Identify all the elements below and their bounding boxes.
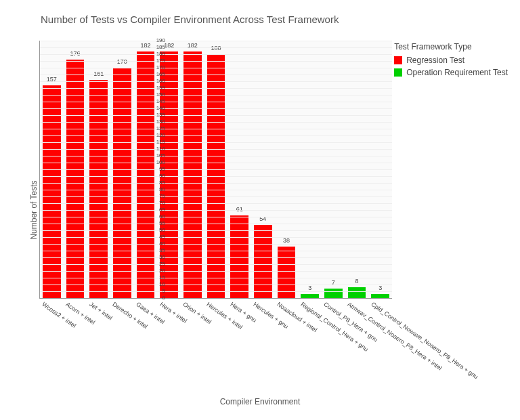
grid-line — [40, 61, 392, 62]
legend-item: Operation Requirement Test — [394, 68, 508, 77]
grid-line — [40, 224, 392, 224]
bar-rect — [278, 247, 296, 298]
grid-line — [40, 210, 392, 211]
grid-line — [40, 244, 392, 245]
grid-line — [40, 47, 392, 48]
legend-label: Operation Requirement Test — [406, 68, 508, 77]
bar: 54 — [253, 225, 274, 298]
bar-value-label: 161 — [88, 70, 109, 77]
y-tick-label: 140 — [148, 106, 165, 111]
bar-rect — [89, 80, 108, 298]
y-tick-label: 100 — [148, 160, 165, 165]
y-tick-label: 105 — [148, 153, 165, 159]
y-tick-label: 110 — [148, 146, 165, 152]
y-tick-label: 25 — [148, 261, 165, 267]
bar: 157 — [41, 85, 62, 298]
y-tick-label: 75 — [148, 194, 165, 199]
grid-line — [40, 190, 392, 190]
bar-value-label: 61 — [229, 206, 250, 213]
grid-line — [40, 257, 392, 258]
bar-rect — [371, 294, 389, 298]
y-tick-label: 40 — [148, 241, 165, 247]
y-tick-label: 0 — [148, 295, 165, 301]
legend: Test Framework Type Regression Test Oper… — [394, 42, 508, 80]
y-tick-label: 180 — [148, 51, 165, 57]
grid-line — [40, 278, 392, 278]
bar-value-label: 180 — [206, 45, 227, 51]
y-tick-label: 20 — [148, 268, 165, 274]
grid-line — [40, 291, 392, 292]
grid-line — [40, 271, 392, 272]
grid-line — [40, 135, 392, 136]
y-tick-label: 65 — [148, 207, 165, 213]
bar: 7 — [323, 289, 344, 298]
bar: 61 — [229, 215, 250, 298]
grid-line — [40, 108, 392, 109]
y-tick-label: 185 — [148, 45, 165, 50]
y-tick-label: 10 — [148, 282, 165, 287]
bar-value-label: 3 — [299, 285, 320, 291]
grid-line — [40, 149, 392, 150]
grid-line — [40, 230, 392, 231]
chart-title: Number of Tests vs Compiler Environment … — [41, 14, 339, 25]
grid-line — [40, 176, 392, 177]
legend-swatch — [394, 68, 402, 77]
y-tick-label: 170 — [148, 65, 165, 70]
bar-rect — [301, 294, 319, 298]
y-tick-label: 175 — [148, 58, 165, 64]
grid-line — [40, 285, 392, 285]
grid-line — [40, 217, 392, 217]
bar-value-label: 38 — [276, 237, 297, 244]
bar-rect — [230, 215, 248, 298]
bar-value-label: 8 — [347, 278, 368, 285]
grid-line — [40, 237, 392, 238]
grid-line — [40, 142, 392, 143]
bar: 3 — [299, 294, 320, 298]
y-tick-label: 150 — [148, 92, 165, 98]
y-tick-label: 30 — [148, 255, 165, 260]
legend-item: Regression Test — [394, 56, 508, 65]
grid-line — [40, 68, 392, 68]
y-axis-label: Number of Tests — [29, 180, 39, 239]
y-tick-label: 135 — [148, 112, 165, 118]
grid-line — [40, 264, 392, 265]
y-tick-label: 90 — [148, 173, 165, 179]
plot-area: 1571761611701821821821806154383783 — [39, 41, 392, 299]
y-tick-label: 5 — [148, 289, 165, 294]
bar-rect — [348, 287, 366, 298]
grid-line — [40, 54, 392, 55]
grid-line — [40, 169, 392, 170]
y-tick-label: 50 — [148, 228, 165, 233]
bar-value-label: 176 — [65, 50, 86, 57]
y-tick-label: 80 — [148, 187, 165, 192]
grid-line — [40, 81, 392, 82]
y-tick-label: 120 — [148, 133, 165, 138]
legend-title: Test Framework Type — [394, 42, 508, 51]
bar: 3 — [370, 294, 391, 298]
grid-line — [40, 41, 392, 41]
y-tick-label: 160 — [148, 79, 165, 84]
grid-line — [40, 163, 392, 163]
grid-line — [40, 75, 392, 75]
grid-line — [40, 196, 392, 197]
grid-line — [40, 95, 392, 96]
bar-value-label: 3 — [370, 285, 391, 291]
y-tick-label: 15 — [148, 275, 165, 280]
grid-line — [40, 122, 392, 123]
grid-line — [40, 156, 392, 156]
grid-line — [40, 88, 392, 89]
grid-line — [40, 183, 392, 184]
bar-value-label: 170 — [112, 58, 133, 65]
grid-line — [40, 102, 392, 102]
legend-label: Regression Test — [406, 56, 464, 65]
y-tick-label: 35 — [148, 248, 165, 253]
bar-rect — [324, 289, 343, 298]
x-axis-label: Compiler Environment — [0, 397, 520, 406]
legend-swatch — [394, 56, 402, 64]
y-tick-label: 60 — [148, 214, 165, 219]
grid-line — [40, 203, 392, 204]
y-tick-label: 115 — [148, 140, 165, 145]
bar: 38 — [276, 247, 297, 298]
grid-line — [40, 115, 392, 116]
bar-rect — [43, 85, 61, 298]
